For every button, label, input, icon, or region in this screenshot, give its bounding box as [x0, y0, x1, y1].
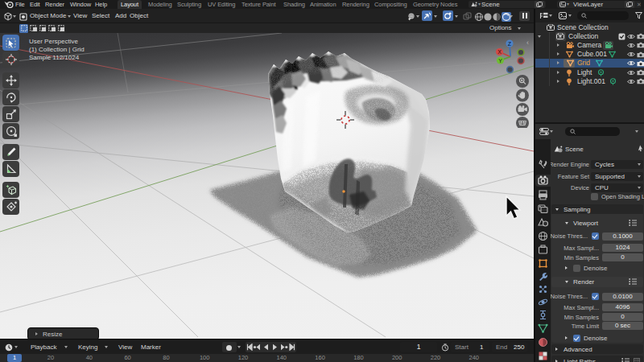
- svg-text:X: X: [497, 49, 502, 55]
- svg-text:Y: Y: [498, 58, 502, 64]
- svg-text:Z: Z: [508, 41, 512, 47]
